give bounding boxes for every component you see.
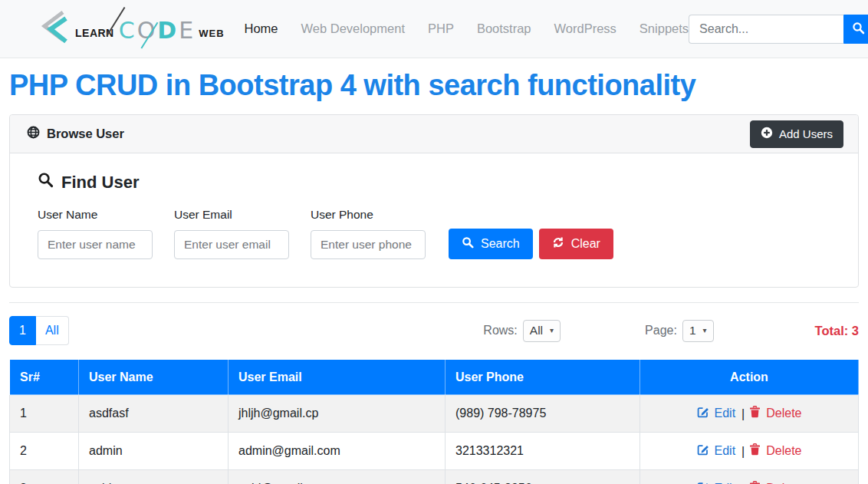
user-name-group: User Name [38,208,153,259]
users-table-head: Sr# User Name User Email User Phone Acti… [10,360,859,395]
list-toolbar: 1 All Rows: All ▾ Page: 1 ▾ Total: 3 [9,316,859,345]
edit-icon [697,481,709,484]
main-content: PHP CRUD in Bootstrap 4 with search func… [0,69,868,484]
nav-item-bootstrap[interactable]: Bootstrap [477,21,531,36]
header-user-name: User Name [79,360,229,395]
user-name-label: User Name [38,208,153,222]
cell-action: Edit | Delete [640,470,859,484]
page-button-all[interactable]: All [36,316,69,345]
search-icon [852,21,865,37]
chevron-down-icon: ▾ [703,326,707,334]
rows-label: Rows: [483,324,517,337]
cell-sr: 2 [10,433,79,470]
page-button-1[interactable]: 1 [9,316,36,345]
users-table-body: 1 asdfasf jhljh@gmail.cp (989) 798-78975… [10,395,859,484]
nav-item-php[interactable]: PHP [428,21,454,36]
page-title: PHP CRUD in Bootstrap 4 with search func… [9,69,859,102]
add-users-button[interactable]: Add Users [750,120,843,148]
cell-sr: 3 [10,470,79,484]
logo-text: LEARN CODE WEB [75,15,225,42]
page-select[interactable]: 1 ▾ [682,320,714,342]
page-select-value: 1 [689,324,696,337]
edit-link[interactable]: Edit [697,481,736,484]
navbar-search [689,15,868,44]
clear-button[interactable]: Clear [539,229,613,259]
users-table: Sr# User Name User Email User Phone Acti… [9,359,859,484]
cell-email: zaid@gmail.com [229,470,446,484]
trash-icon [749,406,761,421]
table-row: 1 asdfasf jhljh@gmail.cp (989) 798-78975… [10,395,859,433]
main-nav: Home Web Development PHP Bootstrap WordP… [245,21,689,36]
clear-button-label: Clear [571,237,600,251]
delete-link[interactable]: Delete [749,406,801,421]
edit-label: Edit [715,407,736,420]
browse-user-card: Browse User Add Users [9,114,859,288]
logo-web: WEB [199,28,224,39]
find-user-title-wrap: Find User [38,172,830,193]
rows-select[interactable]: All ▾ [523,320,561,342]
navbar: LEARN CODE WEB Home Web Development PHP … [0,0,868,58]
sync-icon [552,236,564,252]
user-email-input[interactable] [174,230,289,259]
table-row: 3 zaid zaid@gmail.com 546-645-8956 Edit … [10,470,859,484]
globe-icon [27,126,40,142]
site-logo[interactable]: LEARN CODE WEB [32,8,225,51]
user-phone-input[interactable] [311,230,426,259]
rows-select-value: All [530,324,543,337]
logo-code: CODE [119,17,196,44]
nav-item-wordpress[interactable]: WordPress [554,21,616,36]
search-icon [462,236,474,252]
action-separator: | [741,407,745,420]
find-user-panel: Find User User Name User Email User Phon… [10,153,858,287]
delete-link[interactable]: Delete [749,481,801,484]
page-label: Page: [645,324,677,337]
nav-item-web-development[interactable]: Web Development [301,21,405,36]
navbar-search-input[interactable] [689,15,843,44]
search-button[interactable]: Search [449,229,533,259]
nav-item-home[interactable]: Home [245,21,278,36]
user-name-input[interactable] [38,230,153,259]
edit-label: Edit [715,444,736,458]
find-user-title: Find User [61,173,139,193]
chevron-down-icon: ▾ [550,326,554,334]
browse-user-title-wrap: Browse User [27,126,124,142]
user-email-label: User Email [174,208,289,222]
trash-icon [749,443,761,459]
divider [9,302,859,303]
delete-link[interactable]: Delete [749,443,801,459]
user-phone-group: User Phone [311,208,426,259]
search-button-label: Search [481,237,520,251]
header-user-phone: User Phone [446,360,640,395]
header-user-email: User Email [229,360,446,395]
header-action: Action [640,360,859,395]
edit-icon [697,443,709,459]
plus-circle-icon [761,127,773,141]
navbar-search-button[interactable] [843,15,868,44]
edit-link[interactable]: Edit [697,406,736,421]
search-icon [38,172,54,193]
find-user-actions: Search Clear [449,229,613,259]
cell-phone: (989) 798-78975 [446,395,640,433]
cell-action: Edit | Delete [640,433,859,470]
cell-action: Edit | Delete [640,395,859,433]
logo-chevrons-icon [32,8,72,51]
action-separator: | [741,445,745,458]
browse-user-header: Browse User Add Users [10,115,858,153]
rows-control: Rows: All ▾ [483,320,561,342]
find-user-form: User Name User Email User Phone [38,208,830,259]
cell-name: asdfasf [79,395,229,433]
cell-phone: 3213312321 [446,433,640,470]
cell-email: jhljh@gmail.cp [229,395,446,433]
cell-name: zaid [79,470,229,484]
header-sr: Sr# [10,360,79,395]
delete-label: Delete [766,444,801,458]
edit-link[interactable]: Edit [697,443,736,459]
cell-sr: 1 [10,395,79,433]
table-row: 2 admin admin@gmail.com 3213312321 Edit … [10,433,859,470]
user-email-group: User Email [174,208,289,259]
cell-name: admin [79,433,229,470]
user-phone-label: User Phone [311,208,426,222]
nav-item-snippets[interactable]: Snippets [639,21,689,36]
total-count: Total: 3 [815,324,859,338]
browse-user-title: Browse User [47,127,124,141]
